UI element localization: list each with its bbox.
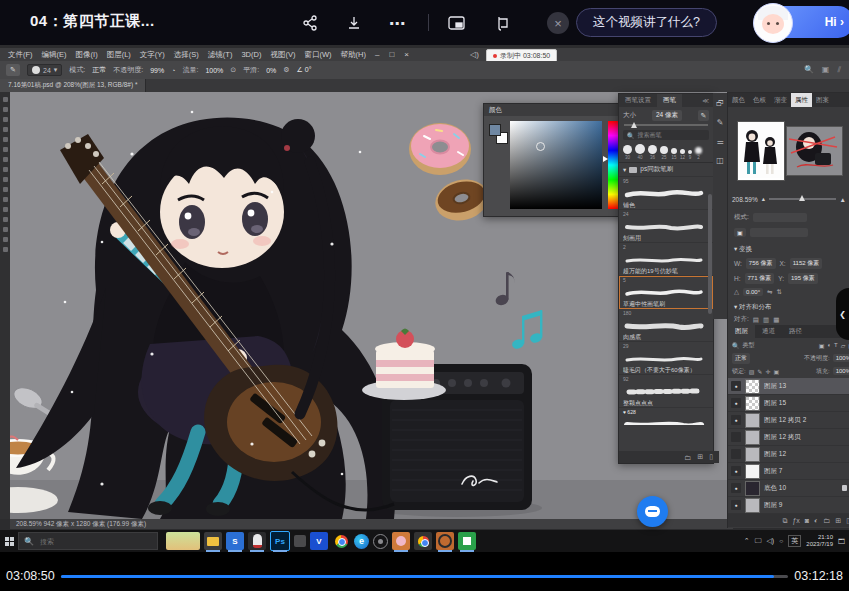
- y-value[interactable]: 195 像素: [788, 273, 818, 284]
- tab-channels[interactable]: 通道: [755, 325, 782, 338]
- taskbar-search-input[interactable]: [38, 537, 132, 546]
- link-layers-icon[interactable]: ⧉: [782, 517, 787, 525]
- pressure-icon[interactable]: ◔: [171, 67, 175, 74]
- mode-value[interactable]: 正常: [92, 65, 106, 75]
- visibility-eye-icon[interactable]: ●: [731, 398, 741, 408]
- visibility-eye-icon[interactable]: ●: [731, 500, 741, 510]
- tray-chevron-icon[interactable]: ⌃: [744, 537, 750, 545]
- taskbar-edge[interactable]: e: [354, 534, 369, 549]
- clip-icon[interactable]: [490, 11, 514, 35]
- visibility-eye-icon[interactable]: ●: [731, 381, 741, 391]
- h-value[interactable]: 771 像素: [745, 273, 775, 284]
- more-options-icon[interactable]: ⋯: [385, 11, 409, 35]
- brush-item[interactable]: 2 超万能的19号仿妙笔: [619, 243, 713, 276]
- layer-row[interactable]: ● 图层 13: [728, 378, 849, 395]
- assistant-avatar[interactable]: [753, 3, 793, 43]
- menu-3d[interactable]: 3D(D): [241, 50, 261, 59]
- download-icon[interactable]: [342, 11, 366, 35]
- brush-item[interactable]: 95 铺色: [619, 177, 713, 210]
- gear-icon[interactable]: ⚙: [283, 66, 289, 74]
- brush-item-selected[interactable]: 5 草遍中性画笔刷: [619, 276, 713, 309]
- brush-item[interactable]: 180 肉感底: [619, 309, 713, 342]
- flip-v-icon[interactable]: ⇅: [777, 288, 782, 296]
- panel-collapse-icon[interactable]: ≪: [702, 97, 713, 105]
- ask-ai-button[interactable]: 这个视频讲了什么?: [576, 8, 717, 37]
- ime-indicator[interactable]: 英: [788, 535, 801, 547]
- filter-search-icon[interactable]: 🔍: [732, 342, 740, 349]
- picture-in-picture-icon[interactable]: [444, 11, 468, 35]
- menu-window[interactable]: 窗口(W): [304, 50, 331, 60]
- layer-row[interactable]: ● 图层 7: [728, 463, 849, 480]
- menu-view[interactable]: 视图(V): [270, 50, 295, 60]
- tray-volume-icon[interactable]: ◁): [766, 537, 774, 545]
- brush-preset-picker[interactable]: 24▾: [27, 64, 62, 76]
- brush-item[interactable]: 92 整颗点点点: [619, 375, 713, 408]
- close-window-icon[interactable]: ×: [404, 50, 409, 59]
- brush-panel-icon[interactable]: ✎: [717, 118, 724, 127]
- info-panel-icon[interactable]: ◫: [716, 156, 724, 165]
- flip-h-icon[interactable]: ⇋: [767, 288, 772, 296]
- start-button[interactable]: [0, 530, 18, 552]
- tab-layers[interactable]: 图层: [728, 325, 755, 338]
- taskbar-file-explorer[interactable]: [204, 532, 222, 550]
- tab-color[interactable]: 颜色: [728, 93, 749, 107]
- taskbar-search[interactable]: 🔍: [18, 532, 158, 550]
- taskbar-green-app[interactable]: [458, 532, 476, 550]
- transform-header[interactable]: ▾ 变换: [734, 245, 752, 254]
- quick-action-icon[interactable]: ▣: [734, 228, 746, 237]
- taskbar-orange-app-2[interactable]: [436, 532, 454, 550]
- tab-brush-settings[interactable]: 画笔设置: [619, 94, 657, 107]
- filter-type-label[interactable]: 类型: [743, 341, 755, 350]
- align-left-icon[interactable]: ▤: [753, 316, 759, 324]
- navigator-preview-thumbnail[interactable]: [786, 126, 843, 176]
- brushes-scrollbar[interactable]: [708, 194, 712, 314]
- lock-position-icon[interactable]: ✛: [765, 368, 770, 375]
- menu-type[interactable]: 文字(Y): [140, 50, 165, 60]
- tab-gradients[interactable]: 渐变: [770, 93, 791, 107]
- share-icon[interactable]: [298, 11, 322, 35]
- side-drawer-handle[interactable]: ❮: [836, 288, 849, 340]
- delete-brush-icon[interactable]: ▯: [709, 453, 713, 461]
- layer-row[interactable]: ● 底色 10: [728, 480, 849, 497]
- notification-center-icon[interactable]: 🗔: [838, 538, 845, 545]
- visibility-eye-icon[interactable]: ●: [731, 415, 741, 425]
- chat-float-button[interactable]: [637, 496, 668, 527]
- zoom-out-icon[interactable]: ▴: [762, 195, 765, 203]
- history-panel-icon[interactable]: 🗗: [716, 99, 724, 108]
- photoshop-toolbar[interactable]: [0, 92, 10, 519]
- minimize-icon[interactable]: –: [375, 50, 379, 59]
- reference-thumbnail[interactable]: [737, 121, 785, 181]
- dismiss-ask-icon[interactable]: ×: [547, 12, 569, 34]
- brush-size-value[interactable]: 24 像素: [652, 110, 682, 121]
- foreground-background-swatches[interactable]: [489, 124, 505, 144]
- new-folder-icon[interactable]: 🗀: [684, 454, 691, 461]
- brush-item[interactable]: 24 刻画用: [619, 210, 713, 243]
- tray-network-icon[interactable]: ⌔: [779, 537, 783, 545]
- menu-layer[interactable]: 图层(L): [107, 50, 131, 60]
- brush-angle-value[interactable]: ∠ 0°: [297, 66, 312, 74]
- menu-image[interactable]: 图像(I): [76, 50, 98, 60]
- w-value[interactable]: 756 像素: [746, 258, 776, 269]
- taskbar-app[interactable]: [294, 535, 306, 547]
- hue-slider-marker[interactable]: [603, 156, 608, 162]
- taskbar-browser-2[interactable]: [414, 532, 432, 550]
- angle-value[interactable]: 0.00°: [743, 288, 763, 296]
- layer-row[interactable]: 图层 12 拷贝: [728, 429, 849, 446]
- video-frame[interactable]: 文件(F) 编辑(E) 图像(I) 图层(L) 文字(Y) 选择(S) 滤镜(T…: [0, 45, 849, 552]
- filter-adjust-icon[interactable]: ◐: [827, 342, 831, 349]
- brush-edit-icon[interactable]: ✎: [698, 110, 709, 121]
- filter-pixel-icon[interactable]: ▣: [819, 342, 825, 349]
- brush-item[interactable]: ♥ 628 爱心: [619, 408, 713, 425]
- brush-tool-icon[interactable]: ✎: [6, 64, 20, 76]
- visibility-eye-icon[interactable]: ●: [731, 483, 741, 493]
- blend-mode-select[interactable]: 正常: [732, 353, 750, 364]
- opacity-value[interactable]: 99%: [150, 67, 164, 74]
- layer-mask-icon[interactable]: ◙: [805, 517, 809, 524]
- adjustment-layer-icon[interactable]: ◐: [814, 517, 818, 524]
- brush-folder[interactable]: ▾ ps同款笔刷: [619, 163, 713, 177]
- visibility-eye-icon[interactable]: ●: [731, 466, 741, 476]
- align-center-icon[interactable]: ▥: [763, 316, 769, 324]
- layer-row[interactable]: 图层 12: [728, 446, 849, 463]
- new-group-icon[interactable]: 🗀: [823, 517, 830, 524]
- taskbar-photoshop[interactable]: Ps: [270, 531, 290, 551]
